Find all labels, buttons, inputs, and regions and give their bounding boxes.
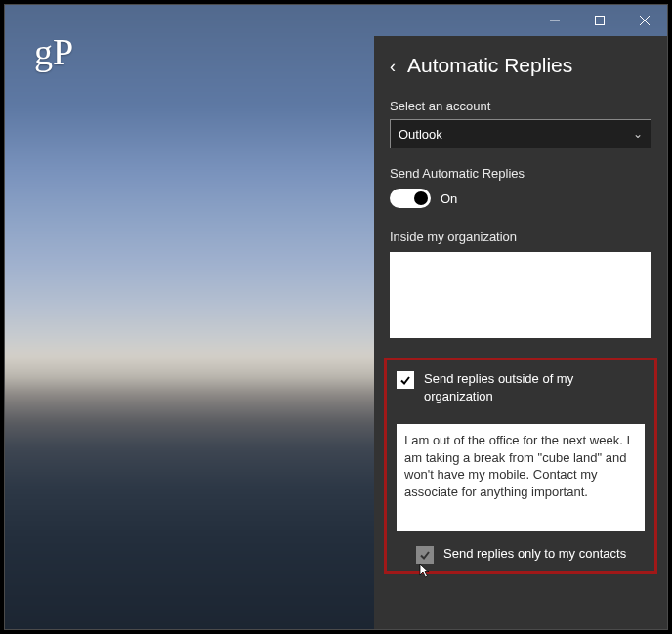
account-select[interactable]: Outlook ⌄ [390,119,651,148]
account-label: Select an account [390,99,651,113]
toggle-row: On [390,189,651,208]
window-titlebar [532,5,667,36]
send-replies-toggle[interactable] [390,189,431,208]
outside-check-row: Send replies outside of my organization [397,370,645,404]
svg-rect-1 [596,17,605,25]
panel-title: Automatic Replies [407,54,572,77]
chevron-down-icon: ⌄ [633,127,643,141]
toggle-knob [414,191,428,205]
settings-panel: ‹ Automatic Replies Select an account Ou… [374,36,667,629]
outside-org-checkbox[interactable] [397,371,414,389]
minimize-icon [550,16,560,25]
mouse-cursor-icon [419,563,433,580]
outside-highlight-box: Send replies outside of my organization … [384,358,657,574]
contacts-only-row: Send replies only to my contacts [416,545,645,564]
toggle-state-label: On [441,191,457,206]
outside-org-check-label: Send replies outside of my organization [424,370,645,404]
inside-org-textarea[interactable] [390,252,651,338]
panel-header: ‹ Automatic Replies [390,54,651,77]
minimize-button[interactable] [532,5,577,36]
close-icon [640,16,650,25]
maximize-button[interactable] [577,5,622,36]
checkmark-icon [419,549,431,561]
close-button[interactable] [622,5,667,36]
contacts-only-checkbox[interactable] [416,546,434,564]
app-window: gP ‹ Automatic Replies Select an account… [4,4,668,630]
outside-org-textarea[interactable] [397,424,645,531]
back-icon[interactable]: ‹ [390,56,396,75]
send-replies-label: Send Automatic Replies [390,166,651,181]
inside-org-label: Inside my organization [390,230,651,244]
account-select-value: Outlook [399,127,442,142]
checkmark-icon [399,374,411,386]
gp-logo: gP [34,30,73,73]
contacts-only-label: Send replies only to my contacts [443,545,626,563]
maximize-icon [595,16,605,25]
